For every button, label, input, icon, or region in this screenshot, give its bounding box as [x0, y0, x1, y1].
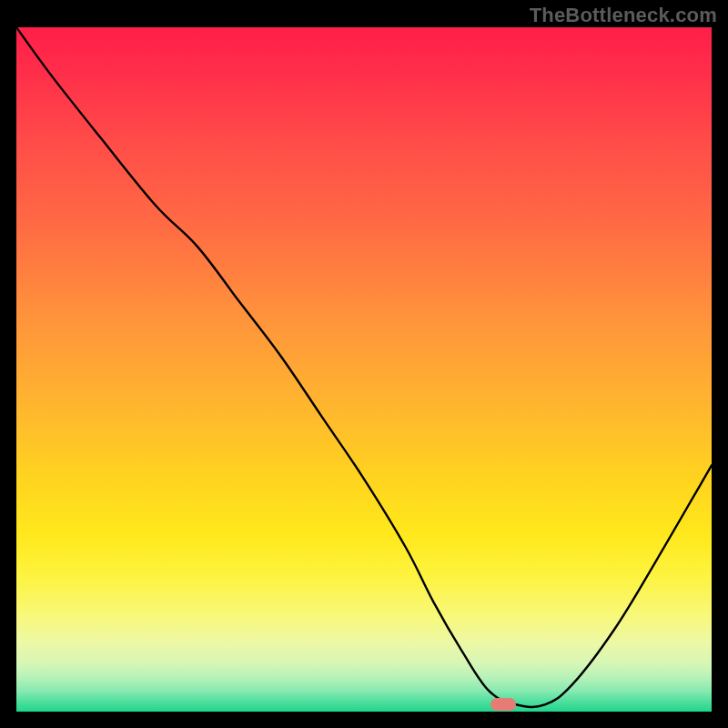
chart-frame: TheBottleneck.com [0, 0, 728, 728]
plot-area [16, 27, 712, 712]
bottleneck-curve [16, 27, 712, 712]
optimal-marker [490, 698, 516, 711]
watermark-text: TheBottleneck.com [530, 4, 717, 27]
